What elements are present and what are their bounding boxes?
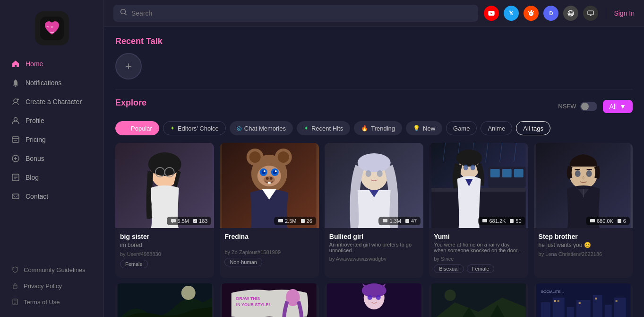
logo-area bbox=[0, 8, 103, 55]
globe-icon[interactable] bbox=[563, 6, 578, 21]
svg-rect-99 bbox=[557, 300, 559, 302]
sidebar-item-notifications[interactable]: Notifications bbox=[4, 74, 100, 92]
main-nav: Home Notifications Create a Character bbox=[0, 55, 103, 262]
sidebar-item-privacy-policy[interactable]: Privacy Policy bbox=[4, 278, 100, 293]
tab-anime[interactable]: Anime bbox=[481, 121, 512, 135]
explore-header: Explore NSFW All ▼ bbox=[115, 98, 633, 114]
sidebar: Home Notifications Create a Character bbox=[0, 0, 104, 317]
char-author-2: by Zo Zapious#1581909 bbox=[224, 249, 314, 255]
char-tag[interactable]: Female bbox=[120, 260, 148, 268]
character-card-bullied-girl[interactable]: 1.3M 47 Bullied girl An introverted girl… bbox=[325, 143, 423, 278]
character-card-6[interactable] bbox=[115, 283, 214, 317]
tab-editors-choice[interactable]: ✦ Editors' Choice bbox=[163, 121, 226, 135]
home-icon bbox=[11, 60, 20, 68]
sign-in-button[interactable]: Sign In bbox=[614, 9, 635, 17]
character-grid-row2: DRAW THIS IN YOUR STYLE! bbox=[115, 283, 633, 317]
svg-rect-4 bbox=[12, 137, 19, 142]
youtube-icon[interactable] bbox=[484, 6, 499, 21]
char-tag[interactable]: Non-human bbox=[224, 258, 262, 266]
all-filter-dropdown[interactable]: All ▼ bbox=[603, 100, 633, 113]
char-desc-1: im bored bbox=[120, 242, 209, 248]
svg-point-87 bbox=[376, 295, 380, 300]
svg-point-38 bbox=[275, 170, 277, 172]
nsfw-control: NSFW bbox=[558, 102, 597, 111]
reddit-icon[interactable] bbox=[524, 6, 539, 21]
char-info-4: Yumi You were at home on a rainy day, wh… bbox=[429, 228, 528, 278]
svg-rect-51 bbox=[405, 219, 409, 223]
sidebar-item-blog[interactable]: Blog bbox=[4, 168, 100, 186]
char-stats-4: 681.2K 50 bbox=[478, 217, 525, 225]
character-card-10[interactable]: SOCIALITE... bbox=[534, 283, 633, 317]
svg-point-1 bbox=[15, 86, 17, 87]
svg-text:IN YOUR STYLE!: IN YOUR STYLE! bbox=[236, 302, 270, 307]
sidebar-item-profile[interactable]: Profile bbox=[4, 112, 100, 130]
sidebar-item-bonus[interactable]: Bonus bbox=[4, 150, 100, 167]
tab-recent-hits[interactable]: ✦ Recent Hits bbox=[297, 121, 350, 135]
svg-point-85 bbox=[361, 283, 386, 298]
tab-game[interactable]: Game bbox=[446, 121, 477, 135]
create-icon bbox=[11, 97, 20, 106]
recent-talk-section: Recent Talk + bbox=[115, 36, 633, 79]
char-name-3: Bullied girl bbox=[329, 233, 419, 240]
bell-icon bbox=[11, 79, 20, 87]
char-stats-1: 5.5M 183 bbox=[167, 217, 212, 225]
popular-icon: ✦ bbox=[122, 124, 128, 132]
svg-point-31 bbox=[278, 151, 289, 163]
char-tag[interactable]: Bisexual bbox=[434, 264, 464, 273]
add-new-chat-button[interactable]: + bbox=[115, 53, 142, 79]
character-card-8[interactable] bbox=[325, 283, 423, 317]
svg-rect-63 bbox=[502, 169, 512, 177]
svg-point-2 bbox=[14, 99, 17, 103]
sidebar-item-create-character[interactable]: Create a Character bbox=[4, 93, 100, 111]
svg-point-74 bbox=[586, 170, 592, 177]
svg-point-73 bbox=[575, 170, 580, 177]
search-bar[interactable] bbox=[113, 5, 478, 22]
char-image-8 bbox=[325, 283, 423, 317]
sidebar-footer: Community Guidelines Privacy Policy Term… bbox=[0, 262, 103, 309]
svg-rect-43 bbox=[278, 219, 283, 222]
sidebar-item-home[interactable]: Home bbox=[4, 55, 100, 73]
svg-text:DRAW THIS: DRAW THIS bbox=[236, 296, 260, 301]
char-desc-5: he just wants you 😊 bbox=[539, 242, 628, 248]
twitter-icon[interactable]: 𝕏 bbox=[504, 6, 519, 21]
tab-all-tags[interactable]: All tags bbox=[516, 121, 550, 135]
char-stats-3: 1.3M 47 bbox=[378, 217, 421, 225]
tab-new[interactable]: 💡 New bbox=[406, 121, 442, 135]
char-image-7: DRAW THIS IN YOUR STYLE! bbox=[220, 283, 318, 317]
character-card-7[interactable]: DRAW THIS IN YOUR STYLE! bbox=[220, 283, 318, 317]
document-icon bbox=[11, 298, 19, 306]
chevron-down-icon: ▼ bbox=[619, 103, 626, 110]
sidebar-item-contact[interactable]: Contact bbox=[4, 187, 100, 205]
lock-icon bbox=[11, 282, 19, 290]
search-input[interactable] bbox=[131, 9, 472, 17]
character-card-fredina[interactable]: 2.5M 26 Fredina by Zo Zapious#1581909 No… bbox=[220, 143, 318, 278]
character-card-big-sister[interactable]: 5.5M 183 big sister im bored by User#498… bbox=[115, 143, 214, 278]
discord-icon[interactable]: D bbox=[543, 6, 558, 21]
trending-icon: 🔥 bbox=[361, 125, 368, 132]
svg-rect-95 bbox=[592, 295, 602, 317]
sidebar-item-pricing[interactable]: Pricing bbox=[4, 131, 100, 149]
hits-icon: ✦ bbox=[304, 125, 309, 132]
svg-rect-50 bbox=[383, 219, 387, 222]
filter-tabs: ✦ Popular ✦ Editors' Choice ◎ Chat Memor… bbox=[115, 121, 633, 135]
nsfw-toggle[interactable] bbox=[580, 102, 597, 111]
svg-point-67 bbox=[464, 165, 468, 170]
character-card-9[interactable] bbox=[429, 283, 528, 317]
search-icon bbox=[120, 9, 128, 18]
char-name-1: big sister bbox=[120, 233, 209, 240]
svg-rect-76 bbox=[618, 219, 621, 223]
tab-popular[interactable]: ✦ Popular bbox=[115, 121, 159, 135]
sidebar-item-community-guidelines[interactable]: Community Guidelines bbox=[4, 262, 100, 277]
svg-rect-24 bbox=[171, 219, 176, 222]
sidebar-item-terms-of-use[interactable]: Terms of Use bbox=[4, 294, 100, 309]
pricing-icon bbox=[11, 135, 20, 144]
app-logo[interactable] bbox=[35, 11, 69, 45]
char-tag[interactable]: Female bbox=[467, 264, 495, 273]
character-card-yumi[interactable]: 681.2K 50 Yumi You were at home on a rai… bbox=[429, 143, 528, 278]
character-card-step-brother[interactable]: 680.0K 6 Step brother he just wants you … bbox=[534, 143, 633, 278]
toggle-knob bbox=[581, 103, 589, 110]
monitor-icon[interactable] bbox=[583, 6, 598, 21]
tab-trending[interactable]: 🔥 Trending bbox=[354, 121, 402, 135]
tab-chat-memories[interactable]: ◎ Chat Memories bbox=[230, 121, 293, 135]
content-area: Recent Talk + Explore NSFW All ▼ bbox=[104, 27, 644, 317]
